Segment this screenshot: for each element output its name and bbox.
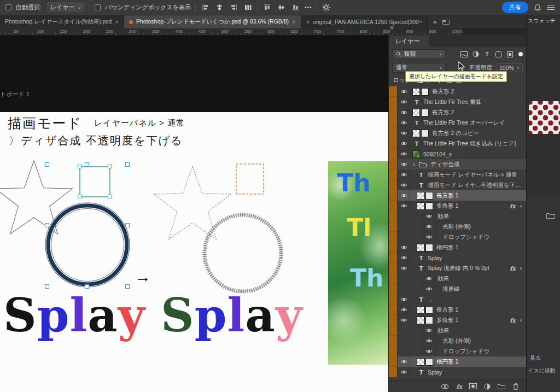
- layer-row[interactable]: 長方形 2: [389, 86, 526, 97]
- layer-thumbnail[interactable]: [412, 150, 420, 158]
- layer-thumbnail[interactable]: [417, 358, 424, 366]
- layer-thumbnail[interactable]: [417, 317, 424, 324]
- delete-layer-icon[interactable]: [512, 383, 519, 390]
- pattern-thumbnail[interactable]: [529, 101, 560, 134]
- layer-effect-label[interactable]: 効果: [438, 213, 449, 220]
- eye-icon[interactable]: [397, 253, 410, 263]
- show-bounding-box-checkbox[interactable]: [95, 4, 101, 10]
- eye-icon[interactable]: [397, 315, 410, 325]
- collapse-effects-icon[interactable]: ∧: [520, 266, 522, 271]
- layer-thumbnail[interactable]: [417, 202, 424, 210]
- link-layers-icon[interactable]: [441, 384, 449, 389]
- artboard-label[interactable]: トボード 1: [0, 90, 30, 98]
- eye-icon[interactable]: [397, 118, 410, 128]
- layer-row[interactable]: TThe Little Fir Tree オーバーレイ: [389, 118, 526, 128]
- layer-row[interactable]: 長方形 1: [389, 305, 526, 315]
- align-bottom-edges-icon[interactable]: [290, 3, 300, 13]
- distribute-horizontal-icon[interactable]: [243, 3, 253, 13]
- layer-label[interactable]: →: [428, 296, 434, 303]
- layer-mask-icon[interactable]: [469, 383, 477, 389]
- tab-close-icon[interactable]: ×: [306, 19, 310, 25]
- layer-label[interactable]: The Little Fir Tree 乗算: [423, 98, 481, 106]
- collapse-effects-icon[interactable]: ∧: [520, 318, 522, 323]
- layer-label[interactable]: Splay 境界線 内 0 % 2pt: [428, 265, 489, 272]
- layer-row[interactable]: 長方形 2 のコピー: [389, 128, 526, 138]
- align-vertical-centers-icon[interactable]: [276, 3, 286, 13]
- vector-mask-thumbnail[interactable]: [425, 244, 433, 251]
- adjustment-filter-icon[interactable]: [471, 50, 480, 58]
- menu-icon[interactable]: [547, 5, 555, 10]
- layer-row[interactable]: 効果: [389, 273, 526, 284]
- folder-icon[interactable]: [546, 212, 555, 220]
- fx-badge[interactable]: fx: [510, 203, 516, 209]
- shape-filter-icon[interactable]: [494, 50, 503, 58]
- eye-icon[interactable]: [422, 284, 435, 294]
- eye-icon[interactable]: [397, 180, 410, 190]
- layer-row[interactable]: T描画モード レイヤーパネル > 通常: [389, 169, 526, 180]
- eye-icon[interactable]: [422, 273, 435, 284]
- layer-row[interactable]: TSplay 境界線 内 0 % 2ptfx∧: [389, 263, 526, 273]
- eye-icon[interactable]: [397, 86, 410, 97]
- right-panel-link[interactable]: イスに移動: [528, 367, 556, 375]
- align-right-edges-icon[interactable]: [229, 3, 238, 13]
- eye-icon[interactable]: [397, 159, 410, 169]
- vector-mask-thumbnail[interactable]: [425, 306, 433, 314]
- layer-effect-label[interactable]: ドロップシャドウ: [442, 233, 489, 241]
- tab-overflow-chevrons[interactable]: »: [428, 15, 442, 28]
- right-panel-link[interactable]: 見る: [530, 354, 541, 362]
- layer-thumbnail[interactable]: [412, 130, 420, 137]
- layer-thumbnail[interactable]: [417, 244, 424, 251]
- eye-icon[interactable]: [422, 211, 435, 221]
- eye-icon[interactable]: [397, 97, 410, 107]
- eye-icon[interactable]: [397, 149, 410, 159]
- layer-label[interactable]: 描画モード レイヤ...不透明度を下げる: [428, 182, 526, 189]
- tab-close-icon[interactable]: ×: [115, 19, 118, 25]
- docked-panel-icon[interactable]: [442, 20, 450, 25]
- eye-icon[interactable]: [397, 356, 410, 367]
- layer-label[interactable]: 長方形 2: [432, 109, 454, 116]
- layer-thumbnail[interactable]: [412, 109, 420, 116]
- layer-row[interactable]: 効果: [389, 211, 526, 221]
- align-left-edges-icon[interactable]: [200, 3, 210, 13]
- layer-row[interactable]: 効果: [389, 325, 526, 336]
- layer-effect-label[interactable]: 効果: [438, 327, 449, 335]
- layer-row[interactable]: ドロップシャドウ: [389, 232, 526, 242]
- layer-label[interactable]: 多角形 1: [436, 317, 458, 324]
- eye-icon[interactable]: [397, 263, 410, 273]
- layer-row[interactable]: 楕円形 1: [389, 356, 526, 367]
- layer-row[interactable]: 多角形 1fx∧: [389, 201, 526, 211]
- disclosure-icon[interactable]: ∨: [412, 162, 419, 167]
- align-horizontal-centers-icon[interactable]: [214, 3, 224, 13]
- new-group-icon[interactable]: [498, 383, 505, 389]
- layer-style-fx-icon[interactable]: fx: [456, 383, 462, 390]
- layer-row[interactable]: 楕円形 1: [389, 242, 526, 253]
- layer-label[interactable]: 描画モード レイヤーパネル > 通常: [428, 171, 517, 179]
- eye-icon[interactable]: [422, 336, 435, 346]
- document-tab[interactable]: ×original_PAN AMERICA 1250 Special|300~: [301, 15, 428, 28]
- layer-label[interactable]: 多角形 1: [436, 202, 458, 210]
- filter-toggle-icon[interactable]: [518, 52, 523, 56]
- layer-row[interactable]: 長方形 1: [389, 190, 526, 201]
- vector-mask-thumbnail[interactable]: [421, 130, 429, 137]
- layer-label[interactable]: ディザ合成: [430, 161, 459, 168]
- layer-label[interactable]: 長方形 2: [432, 88, 454, 96]
- layer-row[interactable]: T→: [389, 294, 526, 305]
- eye-icon[interactable]: [397, 128, 410, 138]
- layer-thumbnail[interactable]: [412, 88, 420, 96]
- layer-row[interactable]: ドロップシャドウ: [389, 346, 526, 356]
- align-top-edges-icon[interactable]: [262, 3, 272, 13]
- pixel-filter-icon[interactable]: [460, 50, 468, 58]
- document-tab[interactable]: Photoshop-レイヤースタイル(fx効果).psd×: [0, 15, 124, 28]
- panel-close-icon[interactable]: ×: [390, 24, 394, 32]
- auto-select-checkbox[interactable]: [5, 4, 11, 10]
- eye-icon[interactable]: [422, 346, 435, 356]
- layer-label[interactable]: Splay: [428, 255, 442, 261]
- layer-row[interactable]: T描画モード レイヤ...不透明度を下げる: [389, 180, 526, 190]
- eye-icon[interactable]: [422, 232, 435, 242]
- layer-effect-label[interactable]: 境界線: [442, 285, 460, 293]
- artboard[interactable]: 描画モード レイヤーパネル > 通常 〉ディザ合成 不透明度を下げる: [0, 112, 389, 392]
- vector-mask-thumbnail[interactable]: [425, 317, 433, 324]
- layer-row[interactable]: TSplay: [389, 253, 526, 263]
- eye-icon[interactable]: [422, 325, 435, 336]
- eye-icon[interactable]: [397, 242, 410, 253]
